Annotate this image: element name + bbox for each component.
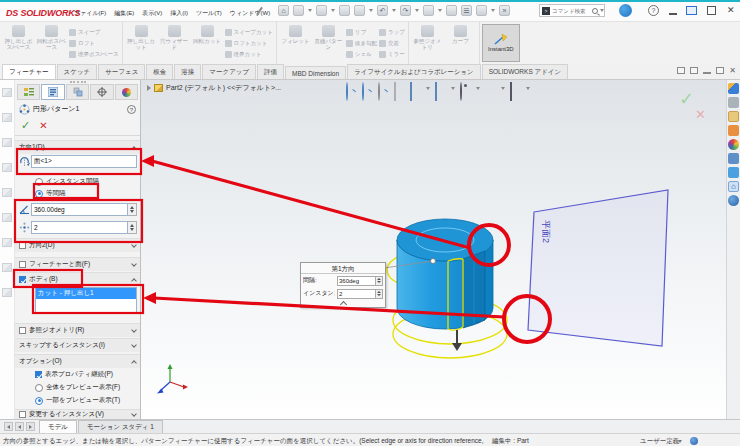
hole-wizard-button[interactable]: 穴ウィザード [158,24,191,63]
options-gear-icon[interactable] [476,5,487,16]
ok-button[interactable]: ✓ [21,119,30,132]
window-minimize-button[interactable] [669,13,677,15]
view-settings-icon[interactable] [510,83,521,94]
rib-button[interactable]: リブ [346,29,377,36]
angle-spinner[interactable] [128,203,137,216]
print-icon[interactable] [354,5,365,16]
spacing-spinner[interactable] [376,276,383,286]
fillet-button[interactable]: フィレット [279,24,312,63]
doc-window-icon-2[interactable] [690,67,698,74]
display-manager-tab[interactable] [115,84,138,100]
tree-node-icon[interactable] [2,188,12,197]
view-orientation-icon[interactable] [410,83,421,94]
tree-node-icon[interactable] [2,88,12,97]
propagate-visual-checkbox[interactable] [35,371,42,378]
doc-close-icon[interactable]: ✕ [729,67,736,74]
propagate-visual-row[interactable]: 表示プロパティ継続(P) [35,369,136,380]
tree-node-icon[interactable] [2,113,12,122]
section-options[interactable]: オプション(O) [15,354,140,368]
nav-first-icon[interactable] [4,422,13,431]
features-faces-checkbox[interactable] [19,261,26,268]
undo-dropdown-caret[interactable] [392,9,396,12]
selected-body-item[interactable]: カット - 押し出し1 [36,288,136,299]
sweep-button[interactable]: スイープ [69,29,119,36]
angle-input[interactable]: 360.00deg [31,203,128,216]
boundary-cut-button[interactable]: 境界カット [225,51,273,58]
linear-pattern-button[interactable]: 直線パターン [312,24,345,63]
tab-sheet-metal[interactable]: 板金 [146,64,173,79]
instant3d-button[interactable]: Instant3D [482,24,520,62]
tree-node-icon[interactable] [2,238,12,247]
window-maximize-button[interactable] [707,6,716,15]
tab-features[interactable]: フィーチャー [2,64,56,79]
open-dropdown-caret[interactable] [331,9,335,12]
design-library-icon[interactable] [728,97,739,108]
instances-spinner[interactable] [376,289,383,299]
display-style-caret[interactable] [451,87,455,90]
intersect-button[interactable]: 交差 [379,40,405,47]
equal-spacing-radio-row[interactable]: 等間隔 [35,188,136,199]
list-icon[interactable]: ☰ [461,5,472,16]
model-scene[interactable]: 平面2 [141,80,740,419]
modify-instances-checkbox[interactable] [19,411,26,418]
section-features-faces[interactable]: フィーチャーと面(F) [15,257,140,271]
boundary-boss-button[interactable]: 境界ボス/ベース [69,51,119,58]
view-palette-icon[interactable] [728,125,739,136]
open-icon[interactable] [316,5,327,16]
reference-geometry-button[interactable]: 参照ジオメトリ [411,24,444,63]
tab-solidworks-addins[interactable]: SOLIDWORKS アドイン [482,64,568,79]
tree-node-icon[interactable] [2,163,12,172]
curves-button[interactable]: カーブ [444,24,477,63]
appearances-scenes-icon[interactable] [728,139,739,150]
units-selector[interactable]: ユーザー定義 [640,437,679,446]
section-bodies[interactable]: ボディ(B) [15,272,140,286]
partial-preview-radio[interactable] [35,397,43,405]
nav-prev-icon[interactable] [15,422,24,431]
search-magnifier-icon[interactable] [592,8,598,14]
new-document-icon[interactable] [293,5,304,16]
user-avatar[interactable] [619,4,632,17]
direction-arrow-head[interactable] [452,343,462,351]
graphics-viewport[interactable]: 平面2 [141,80,740,419]
save-icon[interactable] [339,5,350,16]
lofted-cut-button[interactable]: ロフトカット [225,40,273,47]
confirmation-ok-icon[interactable]: ✓ [679,88,694,110]
confirmation-cancel-icon[interactable]: ✕ [695,107,706,122]
window-restore-icon[interactable] [686,6,697,15]
section-modify-instances[interactable]: 変更するインスタンス(V) [15,409,140,419]
tree-node-icon[interactable] [2,263,12,272]
doc-restore-icon[interactable] [716,67,724,74]
edit-appearance-icon[interactable] [485,83,496,94]
tree-node-icon[interactable] [2,138,12,147]
section-view-icon[interactable] [394,83,405,94]
tab-evaluate[interactable]: 評価 [257,64,284,79]
tab-lifecycle-collaboration[interactable]: ライフサイクルおよびコラボレーション [347,64,481,79]
dimxpert-tab[interactable] [90,84,113,100]
print-dropdown-caret[interactable] [369,9,373,12]
previous-view-icon[interactable] [378,83,389,94]
direction2-checkbox[interactable] [19,242,26,249]
home-tab-icon[interactable]: ⌂ [728,181,739,192]
revolved-cut-button[interactable]: 回転カット [191,24,224,63]
viewport-part-breadcrumb[interactable]: Part2 (デフォルト) <<デフォルト>... [147,83,281,93]
pattern-callout[interactable]: 第1方向 間隔: 360deg インスタンス: 2 [300,262,386,308]
view-orientation-caret[interactable] [426,87,430,90]
command-search-box[interactable]: > [539,4,605,17]
partial-preview-row[interactable]: 一部をプレビュー表示(T) [35,395,136,406]
window-close-button[interactable]: ✕ [727,4,735,16]
revolved-boss-button[interactable]: 回転ボス/ベース [35,24,68,63]
full-preview-radio[interactable] [35,384,43,392]
panel-splitter-grip[interactable] [70,81,86,83]
tab-mbd-dimension[interactable]: MBD Dimension [285,66,346,79]
reference-geometry-checkbox[interactable] [19,327,26,334]
search-input[interactable] [552,8,590,14]
display-style-icon[interactable] [435,83,446,94]
undo-icon[interactable]: ↶ [377,5,388,16]
spacing-field[interactable]: 360deg [337,276,383,286]
loft-button[interactable]: ロフト [69,40,119,47]
extruded-cut-button[interactable]: 押し出しカット [125,24,158,63]
zoom-area-icon[interactable] [362,83,373,94]
menu-edit[interactable]: 編集(E) [114,9,134,18]
appearance-caret[interactable] [501,87,505,90]
tab-sketch[interactable]: スケッチ [57,64,98,79]
